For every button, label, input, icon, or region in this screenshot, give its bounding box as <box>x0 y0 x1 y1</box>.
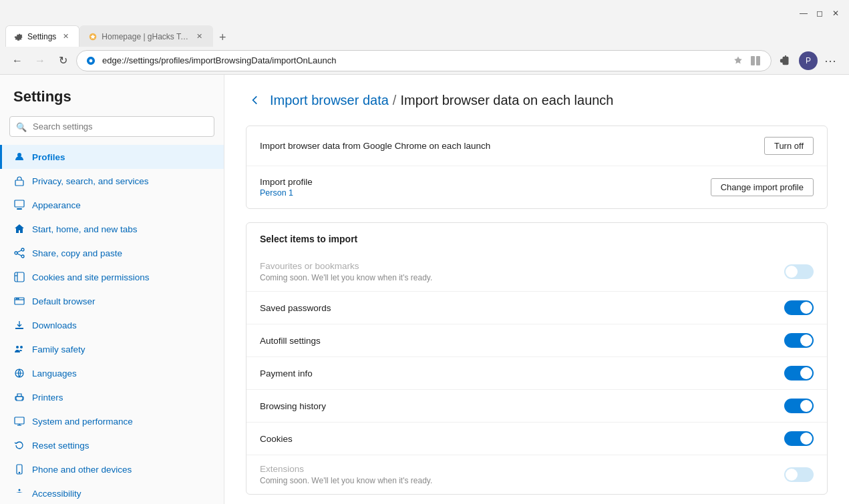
share-icon <box>13 247 25 259</box>
forward-button[interactable]: → <box>31 51 49 70</box>
favourites-label: Favourites or bookmarks <box>260 261 432 271</box>
split-screen-icon[interactable] <box>748 53 763 68</box>
autofill-slider <box>784 333 814 348</box>
sidebar-item-family-safety[interactable]: Family safety <box>0 337 224 361</box>
passwords-toggle[interactable] <box>784 300 814 315</box>
cookies-toggle[interactable] <box>784 431 814 446</box>
refresh-button[interactable]: ↻ <box>53 51 72 70</box>
privacy-icon <box>13 175 25 187</box>
sidebar-item-system[interactable]: System and performance <box>0 409 224 433</box>
sidebar-item-privacy[interactable]: Privacy, search, and services <box>0 169 224 193</box>
extensions-button[interactable] <box>776 51 796 71</box>
sidebar-item-accessibility[interactable]: Accessibility <box>0 481 224 504</box>
payment-label: Payment info <box>260 368 313 379</box>
favourites-info: Favourites or bookmarks Coming soon. We'… <box>260 261 432 282</box>
svg-point-9 <box>21 255 24 258</box>
address-bar[interactable]: edge://settings/profiles/importBrowsingD… <box>76 50 772 71</box>
cookies-slider <box>784 431 814 446</box>
new-tab-button[interactable]: + <box>213 28 232 47</box>
svg-rect-2 <box>756 56 760 65</box>
nav-bar: ← → ↻ edge://settings/profiles/importBro… <box>0 47 849 75</box>
default-browser-icon <box>13 295 25 307</box>
sidebar-item-profiles[interactable]: Profiles <box>0 145 224 169</box>
sidebar-item-label: Share, copy and paste <box>32 248 122 258</box>
extensions-label: Extensions <box>260 464 432 474</box>
sidebar: Settings 🔍 Profiles Privacy, search, and… <box>0 75 224 504</box>
payment-toggle[interactable] <box>784 366 814 381</box>
family-safety-icon <box>13 343 25 355</box>
profile-button[interactable]: P <box>798 51 818 71</box>
close-button[interactable]: ✕ <box>830 8 841 19</box>
page-header: Import browser data / Import browser dat… <box>246 91 828 109</box>
sidebar-item-cookies[interactable]: Cookies and site permissions <box>0 265 224 289</box>
title-bar: — ◻ ✕ <box>0 0 849 23</box>
sidebar-item-label: Languages <box>32 368 77 379</box>
turn-off-button[interactable]: Turn off <box>764 137 814 155</box>
tabs-bar: Settings ✕ Homepage | gHacks Technology … <box>0 23 849 47</box>
svg-line-10 <box>17 250 21 252</box>
tab-ghacks[interactable]: Homepage | gHacks Technology ✕ <box>79 25 213 47</box>
favourites-slider <box>784 264 814 279</box>
favourites-sublabel: Coming soon. We'll let you know when it'… <box>260 273 432 282</box>
downloads-icon <box>13 319 25 331</box>
breadcrumb-separator: / <box>393 93 397 108</box>
back-to-import-button[interactable] <box>246 91 265 109</box>
import-item-favourites: Favourites or bookmarks Coming soon. We'… <box>246 252 827 292</box>
sidebar-item-label: Family safety <box>32 344 86 354</box>
printers-icon <box>13 391 25 403</box>
autofill-info: Autofill settings <box>260 336 321 346</box>
minimize-button[interactable]: — <box>798 8 809 19</box>
svg-point-7 <box>21 248 24 251</box>
address-bar-actions <box>731 53 763 68</box>
import-item-cookies: Cookies <box>246 423 827 455</box>
passwords-label: Saved passwords <box>260 303 331 313</box>
sidebar-item-share[interactable]: Share, copy and paste <box>0 241 224 265</box>
ghacks-tab-close[interactable]: ✕ <box>194 31 204 42</box>
favorites-icon[interactable] <box>731 53 745 68</box>
breadcrumb-link[interactable]: Import browser data <box>270 93 389 108</box>
sidebar-item-start-home[interactable]: Start, home, and new tabs <box>0 217 224 241</box>
history-label: Browsing history <box>260 401 326 411</box>
sidebar-item-languages[interactable]: Languages <box>0 361 224 385</box>
import-profile-info: Import profile Person 1 <box>260 177 711 198</box>
sidebar-item-downloads[interactable]: Downloads <box>0 313 224 337</box>
import-source-label: Import browser data from Google Chrome o… <box>260 141 764 151</box>
extensions-toggle[interactable] <box>784 467 814 482</box>
autofill-toggle[interactable] <box>784 333 814 348</box>
svg-point-28 <box>19 489 21 491</box>
favourites-toggle[interactable] <box>784 264 814 279</box>
system-icon <box>13 415 25 427</box>
sidebar-item-label: Profiles <box>32 152 65 162</box>
history-toggle[interactable] <box>784 399 814 413</box>
extensions-sublabel: Coming soon. We'll let you know when it'… <box>260 476 432 485</box>
change-import-profile-button[interactable]: Change import profile <box>711 178 814 196</box>
import-source-card: Import browser data from Google Chrome o… <box>246 125 828 209</box>
svg-point-20 <box>20 346 23 348</box>
settings-more-button[interactable]: ⋯ <box>821 51 841 71</box>
sidebar-nav: Profiles Privacy, search, and services A… <box>0 145 224 504</box>
cookies-info: Cookies <box>260 434 293 444</box>
languages-icon <box>13 367 25 379</box>
back-button[interactable]: ← <box>8 51 27 70</box>
sidebar-item-phone[interactable]: Phone and other devices <box>0 457 224 481</box>
sidebar-item-default-browser[interactable]: Default browser <box>0 289 224 313</box>
tab-settings[interactable]: Settings ✕ <box>5 25 79 47</box>
sidebar-item-label: Printers <box>32 393 63 403</box>
nav-right-buttons: P ⋯ <box>776 51 841 71</box>
payment-slider <box>784 366 814 381</box>
svg-rect-6 <box>17 208 22 210</box>
content-area: Import browser data / Import browser dat… <box>224 75 849 504</box>
restore-button[interactable]: ◻ <box>814 8 825 19</box>
sidebar-item-printers[interactable]: Printers <box>0 385 224 409</box>
sidebar-item-reset[interactable]: Reset settings <box>0 433 224 457</box>
svg-rect-12 <box>15 272 24 282</box>
cookies-icon <box>13 271 25 283</box>
import-item-history: Browsing history <box>246 390 827 423</box>
sidebar-item-appearance[interactable]: Appearance <box>0 193 224 217</box>
search-input[interactable] <box>9 116 214 137</box>
svg-point-27 <box>19 472 19 473</box>
sidebar-item-label: System and performance <box>32 417 133 427</box>
history-slider <box>784 399 814 413</box>
cookies-label: Cookies <box>260 434 293 444</box>
settings-tab-close[interactable]: ✕ <box>60 31 71 42</box>
